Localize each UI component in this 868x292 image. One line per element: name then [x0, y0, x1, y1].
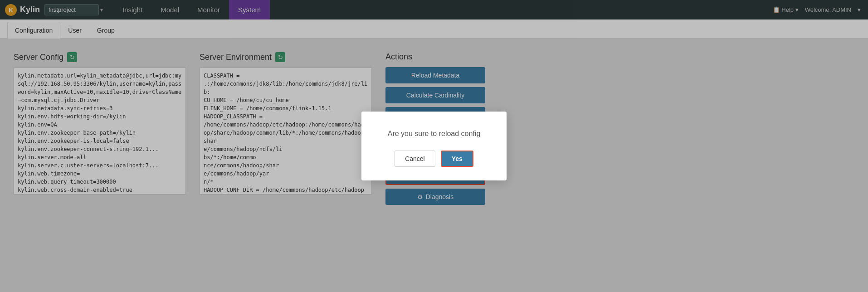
modal-yes-button[interactable]: Yes	[441, 151, 473, 167]
modal-message: Are you sure to reload config	[384, 130, 484, 138]
modal-overlay: Are you sure to reload config Cancel Yes	[0, 0, 868, 292]
modal-cancel-button[interactable]: Cancel	[395, 151, 435, 167]
modal-box: Are you sure to reload config Cancel Yes	[361, 112, 507, 180]
modal-buttons: Cancel Yes	[384, 151, 484, 167]
